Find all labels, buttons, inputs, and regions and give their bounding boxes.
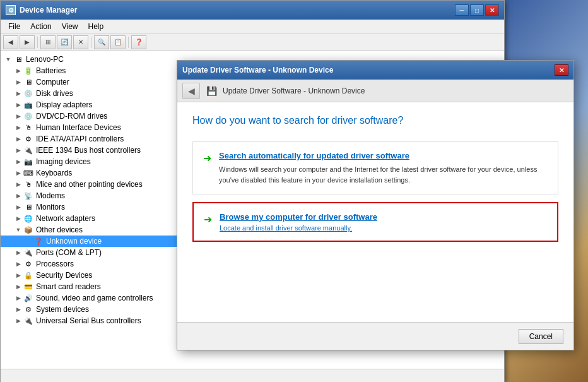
batteries-expander: ▶: [13, 66, 23, 76]
cancel-button[interactable]: Cancel: [519, 329, 563, 344]
dialog-back-button[interactable]: ◀: [182, 83, 200, 99]
system-label: System devices: [36, 305, 89, 314]
dvd-cdrom-label: DVD/CD-ROM drives: [36, 112, 107, 121]
menu-view[interactable]: View: [57, 21, 83, 32]
dialog-device-icon: 💾: [205, 85, 218, 97]
batteries-label: Batteries: [36, 66, 66, 75]
menu-help[interactable]: Help: [83, 21, 109, 32]
other-expander: ▼: [13, 225, 23, 235]
titlebar-icon: ⚙: [6, 5, 16, 15]
smartcard-expander: ▶: [13, 282, 23, 292]
hid-icon: 🖱: [23, 122, 33, 133]
disk-drives-expander: ▶: [13, 88, 23, 98]
browse-manual-arrow-icon: ➜: [204, 213, 212, 225]
toolbar-separator-3: [128, 37, 129, 48]
monitors-expander: ▶: [13, 202, 23, 212]
dvd-cdrom-expander: ▶: [13, 111, 23, 121]
computer-label: Computer: [36, 78, 69, 87]
forward-button[interactable]: ▶: [20, 35, 35, 49]
smartcard-label: Smart card readers: [36, 282, 101, 291]
ieee1394-icon: 🔌: [23, 145, 33, 155]
unknown-label: Unknown device: [46, 237, 102, 246]
display-adapters-expander: ▶: [13, 100, 23, 110]
update-driver-button[interactable]: 🔄: [57, 35, 72, 49]
ports-icon: 🔌: [23, 248, 33, 258]
keyboards-label: Keyboards: [36, 169, 72, 177]
back-button[interactable]: ◀: [3, 35, 18, 49]
option-auto-search[interactable]: ➜ Search automatically for updated drive…: [192, 141, 558, 194]
network-label: Network adapters: [36, 214, 95, 223]
dialog-title: Update Driver Software - Unknown Device: [182, 66, 333, 75]
monitors-label: Monitors: [36, 203, 65, 212]
statusbar: [1, 369, 504, 382]
scan-button[interactable]: 🔍: [94, 35, 109, 49]
auto-search-title: Search automatically for updated driver …: [219, 151, 548, 160]
ide-icon: ⚙: [23, 134, 33, 144]
dialog-titlebar-controls: ✕: [555, 64, 568, 76]
processors-label: Processors: [36, 260, 74, 268]
disk-drives-icon: 💿: [23, 88, 33, 98]
titlebar-title: Device Manager: [20, 6, 77, 15]
minimize-button[interactable]: ─: [455, 4, 469, 16]
display-adapters-label: Display adapters: [36, 100, 92, 109]
browse-manual-desc: Locate and install driver software manua…: [220, 224, 377, 232]
computer-expander: ▶: [13, 77, 23, 87]
toolbar-separator-2: [91, 37, 91, 48]
other-icon: 📦: [23, 225, 33, 235]
ide-label: IDE ATA/ATAPI controllers: [36, 134, 124, 143]
computer-icon: 🖥: [23, 77, 33, 87]
usb-label: Universal Serial Bus controllers: [36, 316, 141, 325]
maximize-button[interactable]: □: [470, 4, 484, 16]
network-icon: 🌐: [23, 213, 33, 224]
modems-label: Modems: [36, 191, 65, 200]
mice-icon: 🖱: [23, 179, 33, 189]
modems-expander: ▶: [13, 191, 23, 201]
smartcard-icon: 💳: [23, 282, 33, 292]
browse-manual-content: Browse my computer for driver software L…: [220, 212, 377, 232]
auto-search-content: Search automatically for updated driver …: [219, 151, 548, 185]
menubar: File Action View Help: [1, 20, 504, 33]
dialog-navbar: ◀ 💾 Update Driver Software - Unknown Dev…: [177, 80, 573, 102]
dialog-body: How do you want to search for driver sof…: [177, 102, 573, 262]
mice-label: Mice and other pointing devices: [36, 180, 143, 189]
dialog-titlebar: Update Driver Software - Unknown Device …: [177, 61, 573, 80]
auto-search-desc: Windows will search your computer and th…: [219, 164, 548, 185]
help-button[interactable]: ❓: [131, 35, 146, 49]
system-expander: ▶: [13, 304, 23, 314]
display-adapters-icon: 📺: [23, 100, 33, 110]
view-button[interactable]: 📋: [110, 35, 126, 49]
ide-expander: ▶: [13, 134, 23, 144]
monitors-icon: 🖥: [23, 202, 33, 212]
uninstall-button[interactable]: ✕: [73, 35, 88, 49]
processors-icon: ⚙: [23, 259, 33, 269]
imaging-expander: ▶: [13, 157, 23, 167]
menu-file[interactable]: File: [3, 21, 25, 32]
ieee1394-label: IEEE 1394 Bus host controllers: [36, 146, 141, 155]
keyboards-icon: ⌨: [23, 168, 33, 178]
toolbar: ◀ ▶ ⊞ 🔄 ✕ 🔍 📋 ❓: [1, 33, 504, 51]
other-label: Other devices: [36, 225, 83, 234]
sound-label: Sound, video and game controllers: [36, 294, 153, 302]
ports-label: Ports (COM & LPT): [36, 248, 102, 257]
security-expander: ▶: [13, 270, 23, 280]
titlebar-controls: ─ □ ✕: [455, 4, 499, 16]
unknown-icon: ❓: [33, 236, 44, 246]
imaging-icon: 📷: [23, 157, 33, 167]
close-button[interactable]: ✕: [485, 4, 499, 16]
properties-button[interactable]: ⊞: [40, 35, 56, 49]
network-expander: ▶: [13, 213, 23, 224]
root-icon: 🖥: [13, 54, 23, 64]
mice-expander: ▶: [13, 179, 23, 189]
sound-icon: 🔊: [23, 293, 33, 303]
browse-manual-title: Browse my computer for driver software: [220, 212, 377, 222]
unknown-expander: [23, 236, 33, 246]
ieee1394-expander: ▶: [13, 145, 23, 155]
dialog-close-button[interactable]: ✕: [555, 64, 568, 76]
menu-action[interactable]: Action: [25, 21, 56, 32]
security-icon: 🔒: [23, 270, 33, 280]
option-browse-manual[interactable]: ➜ Browse my computer for driver software…: [192, 202, 558, 242]
batteries-icon: 🔋: [23, 66, 33, 76]
root-expander: ▼: [3, 54, 13, 64]
imaging-label: Imaging devices: [36, 157, 91, 166]
usb-icon: 🔌: [23, 316, 33, 326]
